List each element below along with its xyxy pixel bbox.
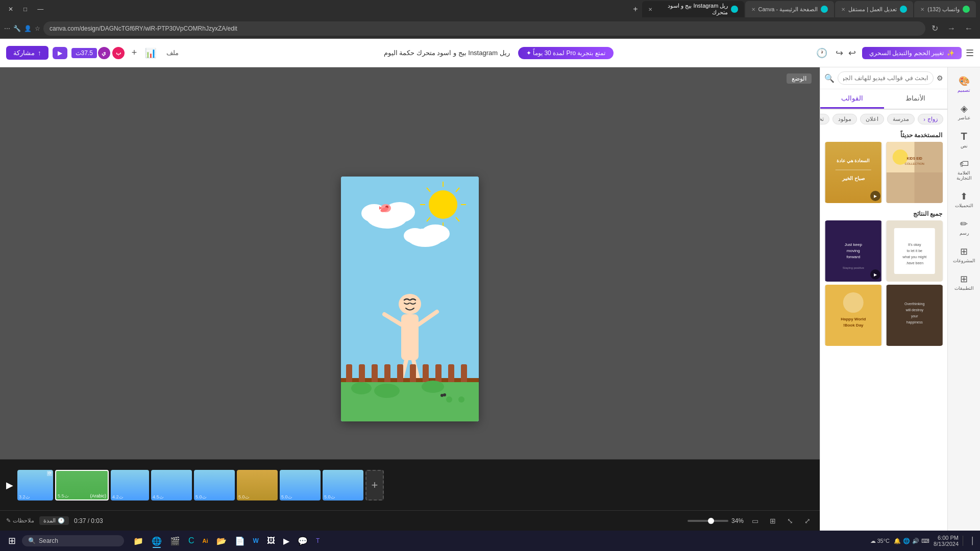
svg-rect-53 xyxy=(886,172,914,203)
sidebar-item-apps[interactable]: ⊞ التطبيقات xyxy=(950,269,978,295)
taskbar-app-word[interactable]: W xyxy=(250,535,262,546)
timeline-clip[interactable]: 5.0ث xyxy=(323,470,363,500)
zoom-slider[interactable] xyxy=(688,520,728,522)
tab-whatsapp[interactable]: واتساب (132) ✕ xyxy=(914,1,976,17)
template-card[interactable]: Overthinking will destroy your happiness xyxy=(886,285,944,346)
notification-icon[interactable]: 🔔 xyxy=(894,538,901,544)
back-button[interactable]: ← xyxy=(962,23,976,34)
notes-button[interactable]: ملاحظات ✎ xyxy=(6,517,34,524)
tab-close-btn[interactable]: ✕ xyxy=(841,7,845,12)
fullscreen-button[interactable]: ⤢ xyxy=(801,516,814,526)
settings-icon[interactable]: ⋯ xyxy=(4,25,10,32)
minimize-button[interactable]: — xyxy=(33,5,47,14)
taskbar-app-vlc[interactable]: 🎬 xyxy=(167,534,183,548)
new-tab-button[interactable]: + xyxy=(630,4,641,15)
duration-button[interactable]: 🕐 المدة xyxy=(39,516,69,525)
timeline-clip[interactable]: 5.0ث xyxy=(280,470,321,500)
sidebar-item-draw[interactable]: ✏ رسم xyxy=(950,214,978,240)
sidebar-item-projects[interactable]: ⊞ المشروعات xyxy=(950,242,978,267)
mode-badge: الوضع xyxy=(787,73,812,84)
sidebar-item-text[interactable]: T نص xyxy=(950,127,978,153)
show-desktop-button[interactable]: ▕ xyxy=(963,536,976,546)
refresh-nav-button[interactable]: ↻ xyxy=(928,22,941,34)
add-clip-button[interactable]: + xyxy=(365,470,384,500)
tag-birthday[interactable]: مولود xyxy=(832,114,857,124)
taskbar-app-teams[interactable]: T xyxy=(313,535,323,546)
taskbar-app-explorer[interactable]: 📁 xyxy=(130,534,146,548)
magic-resize-button[interactable]: ✨ تغيير الحجم والتبديل السحري xyxy=(862,47,962,59)
add-button[interactable]: + xyxy=(130,45,139,60)
tab-patterns[interactable]: الأنماط xyxy=(884,89,948,109)
sidebar-item-design[interactable]: 🎨 تصميم xyxy=(950,71,978,97)
timeline-clip[interactable]: 3.2ث ⟳ xyxy=(17,470,53,500)
start-button[interactable]: ⊞ xyxy=(4,533,20,548)
tag-school[interactable]: مدرسة xyxy=(887,114,915,124)
zoom-percent: 34% xyxy=(731,517,744,524)
taskbar-app-illustrator[interactable]: Ai xyxy=(200,536,211,546)
grid-button[interactable]: ⊞ xyxy=(767,516,779,526)
taskbar-app-canva[interactable]: C xyxy=(185,534,198,547)
redo-button[interactable]: ↪ xyxy=(834,45,845,61)
timeline-clip-active[interactable]: (Arabic) 5.5ث xyxy=(55,470,109,500)
timeline-play-button[interactable]: ▶ xyxy=(6,480,13,491)
promo-banner[interactable]: تمتع بتجربة Pro لمدة 30 يوماً ✦ xyxy=(518,47,614,59)
template-card[interactable]: KIDS EID COLLECTION xyxy=(886,142,944,203)
filter-button[interactable]: ⚙ xyxy=(937,74,943,82)
tab-close-btn[interactable]: ✕ xyxy=(648,7,652,12)
maximize-button[interactable]: □ xyxy=(19,5,31,14)
taskbar-app-whatsapp[interactable]: 💬 xyxy=(295,534,311,548)
taskbar-search[interactable]: 🔍 Search xyxy=(22,535,124,546)
template-card[interactable]: It's okay to let it be what you might ha… xyxy=(886,220,944,282)
taskbar-app-acrobat[interactable]: 📄 xyxy=(232,534,248,548)
address-bar[interactable]: canva.com/design/DAGNcTGf6RY/wlR-PTP30Vp… xyxy=(43,21,925,36)
taskbar-app-edge[interactable]: 🌐 xyxy=(149,534,165,548)
template-card[interactable]: Happy World Book Day! xyxy=(824,285,883,346)
tag-wedding[interactable]: زواج ‹ xyxy=(918,114,943,124)
sidebar-item-uploads[interactable]: ⬆ التحميلات xyxy=(950,187,978,212)
timeline-clip[interactable]: 4.5ث xyxy=(151,470,192,500)
screen-button[interactable]: ▭ xyxy=(749,516,762,526)
sidebar-item-elements[interactable]: ◈ عناصر xyxy=(950,99,978,124)
volume-icon[interactable]: 🔊 xyxy=(912,538,919,544)
share-button[interactable]: ↑ مشاركة xyxy=(6,46,48,60)
header-right: ☰ ✨ تغيير الحجم والتبديل السحري ↩ ↪ 🕐 xyxy=(814,45,974,61)
template-card[interactable]: Just keep moving forward Staying positiv… xyxy=(824,220,883,282)
tab-design-active[interactable]: ريل Instagram بيج و اسود متحرك ✕ xyxy=(642,1,744,17)
recently-used-grid: KIDS EID COLLECTION السع xyxy=(820,142,947,207)
tab-home[interactable]: الصفحة الرئيسية - Canva ✕ xyxy=(745,1,835,17)
taskbar-app-youtube[interactable]: ▶ xyxy=(280,534,292,548)
file-button[interactable]: ملف xyxy=(162,47,183,59)
fit-button[interactable]: ⤡ xyxy=(784,516,796,526)
tag-graduation[interactable]: تخرج xyxy=(820,114,829,124)
sidebar-label: العلامة التجارية xyxy=(952,170,976,181)
undo-button[interactable]: ↩ xyxy=(846,45,858,61)
network-icon[interactable]: 🌐 xyxy=(903,538,910,544)
timeline-clip[interactable]: 5.0ث xyxy=(237,470,278,500)
forward-button[interactable]: → xyxy=(944,23,959,34)
sidebar-item-brand[interactable]: 🏷 العلامة التجارية xyxy=(950,155,978,185)
taskbar-app-image[interactable]: 🖼 xyxy=(264,534,278,547)
notes-label: ملاحظات xyxy=(13,517,34,524)
extensions-icon[interactable]: 🔧 xyxy=(13,25,21,32)
tab-close-btn[interactable]: ✕ xyxy=(920,7,924,12)
play-button[interactable]: ▶ xyxy=(53,47,67,59)
tab-templates[interactable]: القوالب xyxy=(820,89,884,109)
chart-button[interactable]: 📊 xyxy=(143,45,158,61)
keyboard-icon[interactable]: ⌨ xyxy=(921,538,929,544)
history-button[interactable]: 🕐 xyxy=(814,45,829,61)
svg-text:COLLECTION: COLLECTION xyxy=(904,162,924,165)
menu-button[interactable]: ☰ xyxy=(966,47,974,59)
timeline-clip[interactable]: 4.2ث xyxy=(111,470,149,500)
profile-icon[interactable]: 👤 xyxy=(24,25,32,32)
bookmark-icon[interactable]: ☆ xyxy=(35,25,40,32)
tab-close-btn[interactable]: ✕ xyxy=(751,7,755,12)
recently-used-title: المستخدمة حديثاً xyxy=(820,129,947,142)
tab-edit[interactable]: تعديل العمل | مستقل ✕ xyxy=(835,1,913,17)
template-card[interactable]: السعادة هي عادة صباح الخير ▶ xyxy=(824,142,883,203)
panel-search-input[interactable] xyxy=(838,71,934,85)
tag-ads[interactable]: اعلان xyxy=(860,114,884,124)
taskbar-app-folder[interactable]: 📂 xyxy=(213,534,230,548)
tab-patterns-label: الأنماط xyxy=(905,94,925,102)
timeline-clip[interactable]: 5.0ث xyxy=(194,470,235,500)
close-button[interactable]: ✕ xyxy=(4,5,17,14)
